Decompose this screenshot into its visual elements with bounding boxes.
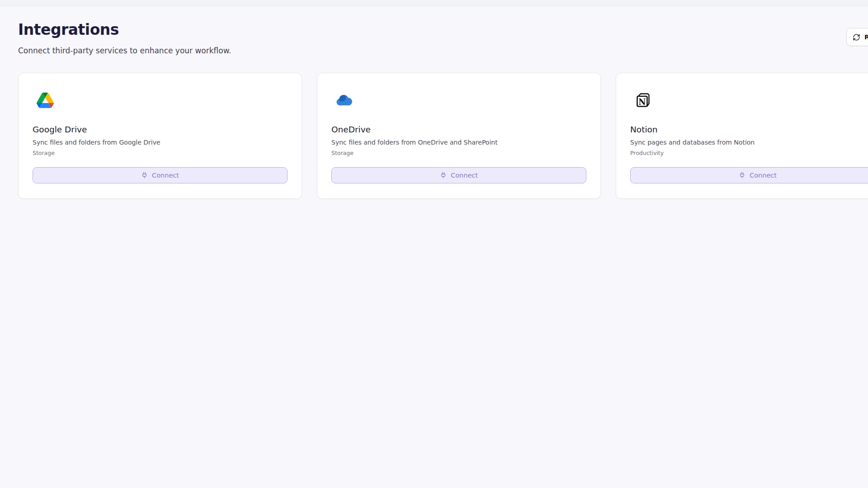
integration-card-google-drive: Google Drive Sync files and folders from… [18,73,302,199]
google-drive-icon [36,91,54,109]
integration-card-notion: N Notion Sync pages and databases from N… [616,73,868,199]
integration-description: Sync files and folders from Google Drive [33,139,288,147]
top-edge-band [0,0,868,6]
onedrive-icon [335,91,353,109]
page-subtitle: Connect third-party services to enhance … [18,46,868,56]
connect-button[interactable]: Connect [331,167,586,183]
connect-button-label: Connect [750,172,777,179]
integration-card-onedrive: OneDrive Sync files and folders from One… [317,73,601,199]
integration-description: Sync pages and databases from Notion [630,139,868,147]
plug-icon [141,172,148,178]
integrations-page: Integrations Connect third-party service… [0,6,868,199]
integration-cards-row: Google Drive Sync files and folders from… [18,73,868,199]
integration-name: OneDrive [331,125,586,135]
integration-name: Google Drive [33,125,288,135]
plug-icon [739,172,745,178]
connect-button-label: Connect [152,172,179,179]
connect-button[interactable]: Connect [630,167,868,183]
integration-name: Notion [630,125,868,135]
refresh-button[interactable]: Refresh [846,28,868,46]
connect-button[interactable]: Connect [33,167,288,183]
page-title: Integrations [18,21,868,38]
refresh-icon [853,33,860,41]
integration-category: Storage [331,150,586,157]
svg-text:N: N [638,97,646,107]
notion-icon: N [634,91,652,109]
plug-icon [440,172,447,178]
connect-button-label: Connect [451,172,478,179]
integration-category: Productivity [630,150,868,157]
refresh-button-label: Refresh [864,33,868,41]
integration-category: Storage [33,150,288,157]
integration-description: Sync files and folders from OneDrive and… [331,139,586,147]
